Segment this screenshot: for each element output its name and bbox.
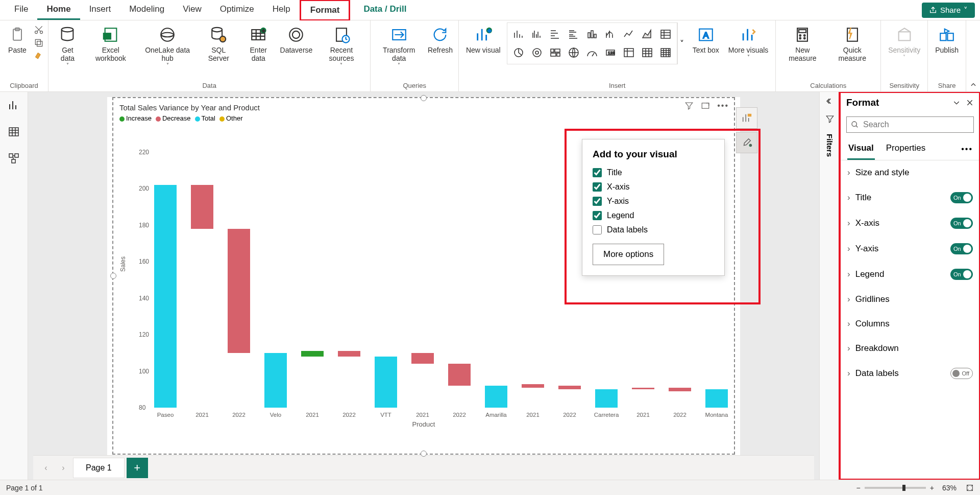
menu-file[interactable]: File [5, 0, 37, 20]
model-view-button[interactable] [6, 150, 22, 167]
format-item-columns[interactable]: ›Columns [840, 312, 980, 336]
cut-icon[interactable] [34, 25, 44, 35]
chart-bar[interactable] [264, 353, 287, 408]
sensitivity-button[interactable]: Sensitivity˅ [885, 22, 923, 62]
new-visual-button[interactable]: +New visual [463, 22, 504, 56]
format-item-gridlines[interactable]: ›Gridlines [840, 287, 980, 312]
menu-optimize[interactable]: Optimize [211, 0, 263, 20]
chart-bar[interactable] [411, 353, 434, 364]
focus-mode-icon[interactable] [701, 101, 710, 110]
page-tab-1[interactable]: Page 1 [73, 458, 125, 478]
ribbon-collapse-button[interactable] [966, 20, 980, 91]
visualization-gallery[interactable]: 123 [507, 22, 677, 64]
menu-modeling[interactable]: Modeling [120, 0, 174, 20]
chart-bar[interactable] [595, 389, 618, 408]
format-item-breakdown[interactable]: ›Breakdown [840, 336, 980, 361]
fields-pane-toggle[interactable] [736, 107, 757, 129]
toggle-switch[interactable]: Off [950, 368, 973, 379]
checkbox[interactable] [593, 182, 602, 192]
sql-server-button[interactable]: SQL Server [200, 22, 238, 64]
checkbox[interactable] [593, 211, 602, 220]
quick-measure-button[interactable]: Quick measure [828, 22, 876, 64]
paste-button[interactable]: Paste [4, 22, 31, 56]
format-item-legend[interactable]: ›LegendOn [840, 262, 980, 287]
chart-bar[interactable] [522, 384, 544, 388]
get-data-button[interactable]: Get data˅ [53, 22, 83, 70]
new-measure-button[interactable]: New measure [780, 22, 825, 64]
text-box-button[interactable]: AText box [690, 22, 722, 56]
format-item-data-labels[interactable]: ›Data labelsOff [840, 361, 980, 386]
viz-gallery-dropdown[interactable]: ˅ [677, 22, 687, 64]
report-canvas[interactable]: ••• + Total Sales Variance by Year and P… [107, 97, 740, 455]
zoom-level[interactable]: 63% [942, 484, 957, 492]
format-painter-icon[interactable] [34, 51, 44, 61]
checkbox[interactable] [593, 225, 602, 234]
chart-bar[interactable] [448, 364, 471, 386]
refresh-button[interactable]: Refresh [426, 22, 454, 56]
data-view-button[interactable] [6, 124, 22, 140]
format-tab-properties[interactable]: Properties [885, 138, 926, 160]
toggle-switch[interactable]: On [950, 192, 973, 203]
format-pane-toggle[interactable]: + [736, 132, 757, 153]
copy-icon[interactable] [34, 38, 44, 48]
filters-pane-collapsed[interactable]: Filters [819, 92, 840, 480]
add-option-legend[interactable]: Legend [593, 211, 714, 220]
more-options-button[interactable]: More options [593, 244, 664, 265]
onelake-button[interactable]: OneLake data hub˅ [139, 22, 197, 70]
menu-help[interactable]: Help [263, 0, 300, 20]
format-search-input[interactable] [863, 120, 969, 129]
format-item-title[interactable]: ›TitleOn [840, 185, 980, 210]
zoom-slider[interactable] [865, 487, 926, 489]
chart-bar[interactable] [485, 386, 507, 408]
format-item-x-axis[interactable]: ›X-axisOn [840, 210, 980, 236]
more-options-icon[interactable]: ••• [717, 101, 729, 110]
chart-bar[interactable] [632, 388, 654, 390]
chart-bar[interactable] [154, 185, 177, 408]
chart-bar[interactable] [669, 388, 691, 391]
menu-view[interactable]: View [174, 0, 211, 20]
menu-format[interactable]: Format [300, 0, 351, 21]
format-tab-visual[interactable]: Visual [847, 138, 875, 160]
share-button[interactable]: Share ˅ [922, 3, 975, 18]
toggle-switch[interactable]: On [950, 218, 973, 229]
chart-bar[interactable] [228, 229, 250, 353]
chart-bar[interactable] [705, 389, 728, 408]
format-tabs-more[interactable]: ••• [961, 145, 973, 154]
chart-bar[interactable] [301, 351, 324, 357]
next-page-button[interactable]: › [56, 460, 71, 476]
close-icon[interactable] [966, 99, 974, 107]
excel-workbook-button[interactable]: XExcel workbook [86, 22, 136, 64]
checkbox[interactable] [593, 197, 602, 206]
chart-bar[interactable] [558, 386, 581, 389]
add-option-y-axis[interactable]: Y-axis [593, 197, 714, 206]
zoom-out-button[interactable]: − [856, 484, 861, 492]
toggle-switch[interactable]: On [950, 243, 973, 254]
menu-data-drill[interactable]: Data / Drill [354, 0, 415, 20]
add-option-title[interactable]: Title [593, 168, 714, 177]
toggle-switch[interactable]: On [950, 269, 973, 280]
format-item-y-axis[interactable]: ›Y-axisOn [840, 236, 980, 262]
selected-visual[interactable]: ••• + Total Sales Variance by Year and P… [112, 97, 735, 455]
resize-handle-left[interactable] [110, 273, 116, 279]
report-view-button[interactable] [6, 97, 22, 113]
chart-bar[interactable] [191, 185, 213, 229]
chart-bar[interactable] [338, 351, 360, 357]
resize-handle-top[interactable] [421, 95, 427, 101]
chart-bar[interactable] [375, 357, 397, 408]
more-visuals-button[interactable]: More visuals˅ [725, 22, 772, 62]
fit-page-icon[interactable] [966, 484, 974, 492]
menu-home[interactable]: Home [37, 0, 80, 20]
recent-sources-button[interactable]: Recent sources˅ [316, 22, 366, 70]
prev-page-button[interactable]: ‹ [38, 460, 54, 476]
enter-data-button[interactable]: +Enter data [241, 22, 276, 64]
filter-icon[interactable] [684, 101, 694, 110]
checkbox[interactable] [593, 168, 602, 177]
chevron-down-icon[interactable] [952, 99, 961, 107]
add-option-data-labels[interactable]: Data labels [593, 225, 714, 234]
zoom-in-button[interactable]: + [930, 484, 934, 492]
transform-data-button[interactable]: Transform data˅ [375, 22, 423, 70]
menu-insert[interactable]: Insert [80, 0, 120, 20]
publish-button[interactable]: Publish [932, 22, 962, 56]
format-item-size-and-style[interactable]: ›Size and style [840, 160, 980, 185]
dataverse-button[interactable]: Dataverse [279, 22, 314, 56]
